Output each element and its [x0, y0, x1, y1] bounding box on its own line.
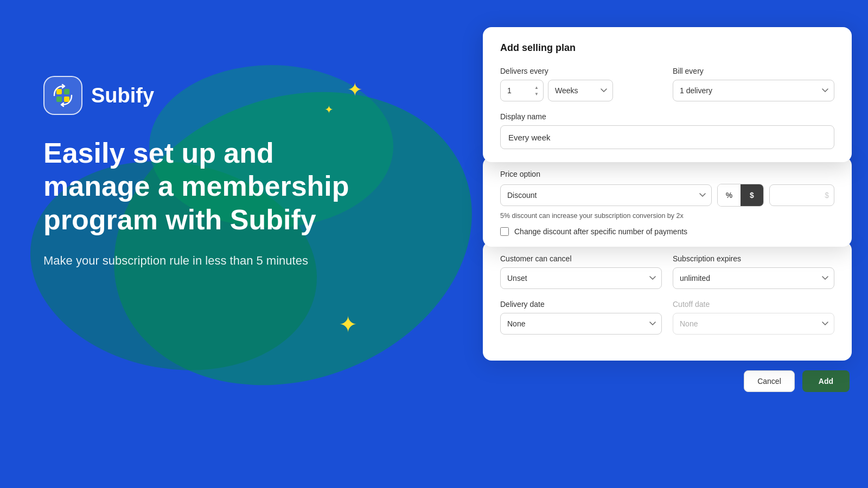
delivers-every-label: Delivers every: [500, 67, 662, 75]
price-option-row: Discount Fixed price No discount % $: [500, 184, 834, 207]
cutoff-date-select[interactable]: None: [673, 313, 834, 335]
discount-hint: 5% discount can increase your subscripti…: [500, 212, 834, 220]
svg-rect-3: [64, 97, 69, 102]
bill-every-select[interactable]: 1 delivery 2 deliveries 3 deliveries: [673, 80, 834, 101]
delivers-every-unit-select[interactable]: Weeks Days Months Years: [548, 80, 613, 101]
delivery-date-group: Delivery date None: [500, 300, 662, 335]
spinner-down[interactable]: ▼: [533, 91, 540, 97]
logo-area: Subify: [43, 76, 358, 115]
svg-rect-0: [56, 89, 62, 94]
logo-icon: [43, 76, 82, 115]
delivery-date-select[interactable]: None: [500, 313, 662, 335]
delivers-every-input-row: ▲ ▼ Weeks Days Months Years: [500, 80, 662, 101]
change-discount-row: Change discount after specific number of…: [500, 227, 834, 236]
percent-toggle-btn[interactable]: %: [718, 184, 741, 206]
subscription-expires-select[interactable]: unlimited After 1 payment After 2 paymen…: [673, 267, 834, 289]
price-option-select[interactable]: Discount Fixed price No discount: [500, 184, 712, 206]
price-option-label: Price option: [500, 170, 834, 178]
page-subtext: Make your subscription rule in less than…: [43, 252, 358, 269]
page-headline: Easily set up and manage a membership pr…: [43, 137, 358, 236]
bill-every-label: Bill every: [673, 67, 834, 75]
delivers-bill-row: Delivers every ▲ ▼ Weeks Days Months Yea…: [500, 67, 834, 101]
svg-rect-2: [56, 97, 62, 102]
change-discount-checkbox[interactable]: [500, 227, 509, 236]
price-option-card: Price option Discount Fixed price No dis…: [483, 157, 852, 247]
subscription-expires-group: Subscription expires unlimited After 1 p…: [673, 254, 834, 289]
subscription-expires-label: Subscription expires: [673, 254, 834, 263]
discount-value-input[interactable]: [769, 184, 834, 206]
add-button[interactable]: Add: [802, 370, 850, 392]
cutoff-date-label: Cutoff date: [673, 300, 834, 309]
spinner-up[interactable]: ▲: [533, 85, 540, 90]
svg-rect-1: [64, 89, 69, 94]
customer-settings-card: Customer can cancel Unset After 1 paymen…: [483, 241, 852, 361]
number-spinners: ▲ ▼: [533, 85, 540, 97]
number-input-wrap: ▲ ▼: [500, 80, 544, 101]
delivery-date-label: Delivery date: [500, 300, 662, 309]
modal-footer: Cancel Add: [483, 370, 852, 392]
dollar-input-wrap: [769, 184, 834, 206]
display-name-label: Display name: [500, 112, 834, 121]
left-panel: Subify Easily set up and manage a member…: [43, 76, 358, 269]
cancel-button[interactable]: Cancel: [744, 370, 795, 392]
customer-cancel-select[interactable]: Unset After 1 payment After 2 payments A…: [500, 267, 662, 289]
dollar-toggle-btn[interactable]: $: [741, 184, 763, 206]
percent-dollar-toggle: % $: [717, 184, 764, 207]
bill-every-group: Bill every 1 delivery 2 deliveries 3 del…: [673, 67, 834, 101]
right-panel: Add selling plan Delivers every ▲ ▼ Week…: [483, 27, 852, 392]
cutoff-date-group: Cutoff date None: [673, 300, 834, 335]
customer-cancel-group: Customer can cancel Unset After 1 paymen…: [500, 254, 662, 289]
add-selling-plan-card: Add selling plan Delivers every ▲ ▼ Week…: [483, 27, 852, 162]
modal-title: Add selling plan: [500, 42, 834, 54]
delivers-every-group: Delivers every ▲ ▼ Weeks Days Months Yea…: [500, 67, 662, 101]
logo-text: Subify: [91, 84, 154, 107]
delivery-cutoff-row: Delivery date None Cutoff date None: [500, 300, 834, 335]
sparkle-icon-3: ✦: [339, 313, 358, 336]
display-name-group: Display name: [500, 112, 834, 149]
display-name-input[interactable]: [500, 125, 834, 149]
customer-cancel-label: Customer can cancel: [500, 254, 662, 263]
logo-svg: [51, 84, 75, 107]
cancel-expires-row: Customer can cancel Unset After 1 paymen…: [500, 254, 834, 289]
change-discount-label: Change discount after specific number of…: [514, 227, 687, 236]
